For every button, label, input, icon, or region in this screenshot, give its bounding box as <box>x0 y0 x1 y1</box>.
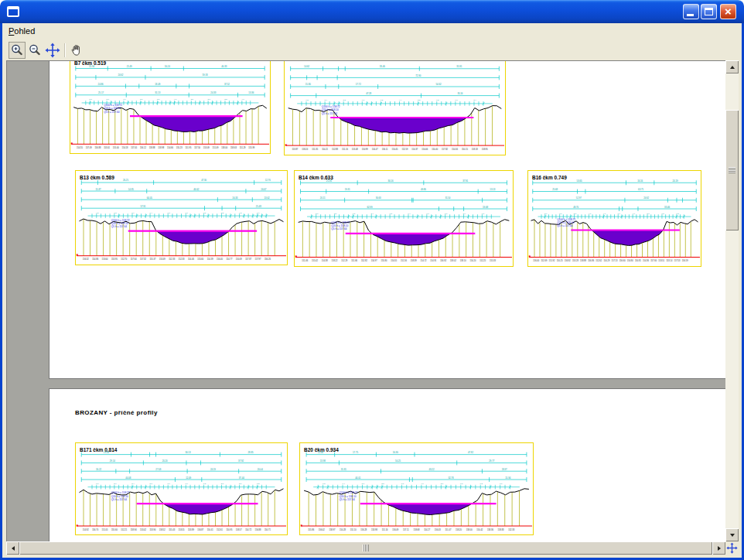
vertical-scroll-thumb[interactable] <box>725 110 739 230</box>
close-button[interactable]: × <box>720 4 736 19</box>
minimize-button[interactable] <box>683 4 699 19</box>
svg-text:154.72: 154.72 <box>245 528 251 531</box>
svg-text:17.72: 17.72 <box>356 83 361 86</box>
svg-text:18.97: 18.97 <box>502 468 507 471</box>
maximize-button[interactable] <box>701 4 717 19</box>
svg-text:155.80: 155.80 <box>381 259 387 262</box>
svg-text:*: * <box>77 524 79 529</box>
svg-text:*: * <box>301 524 303 529</box>
svg-text:154.29: 154.29 <box>603 259 609 262</box>
svg-text:156.86: 156.86 <box>588 259 594 262</box>
pan-button[interactable] <box>44 42 61 59</box>
svg-text:24.33: 24.33 <box>210 91 216 94</box>
svg-text:156.12: 156.12 <box>140 146 146 149</box>
toolbar-separator <box>64 43 66 57</box>
scroll-down-button[interactable] <box>725 528 739 541</box>
svg-text:151.56: 151.56 <box>401 259 407 262</box>
svg-text:154.55: 154.55 <box>77 146 83 149</box>
svg-text:18.49: 18.49 <box>155 83 160 86</box>
svg-text:158.88: 158.88 <box>580 259 586 262</box>
hand-tool-button[interactable] <box>68 42 85 59</box>
svg-text:158.10: 158.10 <box>460 259 466 262</box>
svg-text:151.10: 151.10 <box>350 528 357 531</box>
svg-text:156.26: 156.26 <box>264 258 271 261</box>
svg-text:158.00: 158.00 <box>221 146 227 149</box>
scroll-left-button[interactable] <box>6 541 19 555</box>
svg-text:152.69: 152.69 <box>541 259 547 262</box>
svg-text:151.09: 151.09 <box>213 146 219 149</box>
svg-text:158.18: 158.18 <box>472 148 478 151</box>
svg-text:*: * <box>77 253 79 258</box>
scroll-up-button[interactable] <box>725 60 739 73</box>
horizontal-scrollbar[interactable] <box>6 541 725 555</box>
svg-text:33.46: 33.46 <box>380 65 385 68</box>
svg-text:152.29: 152.29 <box>341 259 347 262</box>
svg-text:Q5 h = 157.64: Q5 h = 157.64 <box>557 224 573 227</box>
svg-text:29.14: 29.14 <box>110 459 115 463</box>
svg-text:Q5 h = 157.64: Q5 h = 157.64 <box>340 498 356 501</box>
svg-text:158.02: 158.02 <box>450 259 456 262</box>
svg-text:150.84: 150.84 <box>627 259 633 262</box>
svg-text:32.78: 32.78 <box>448 476 453 480</box>
svg-text:35.91: 35.91 <box>456 65 462 68</box>
svg-text:156.40: 156.40 <box>533 259 539 262</box>
svg-text:12.06: 12.06 <box>318 451 323 454</box>
svg-text:40.33: 40.33 <box>221 65 227 68</box>
svg-text:151.16: 151.16 <box>342 148 348 151</box>
svg-text:33.46: 33.46 <box>664 206 670 209</box>
minimize-icon <box>687 14 694 16</box>
svg-text:25.68: 25.68 <box>552 188 558 191</box>
document-viewer[interactable]: B7 čkm 0.51915.9421.4916.2440.3324.6259.… <box>6 60 725 541</box>
svg-text:155.23: 155.23 <box>176 146 183 149</box>
svg-text:150.40: 150.40 <box>432 148 438 151</box>
page-2: BROZANY - příčné profily B171 čkm 0.8142… <box>49 388 725 541</box>
svg-text:156.49: 156.49 <box>392 528 398 531</box>
svg-text:153.55: 153.55 <box>179 528 185 531</box>
svg-text:150.99: 150.99 <box>362 148 368 151</box>
svg-text:12.49: 12.49 <box>186 476 191 480</box>
svg-text:15.94: 15.94 <box>89 65 94 68</box>
titlebar[interactable]: × <box>0 0 744 23</box>
svg-text:151.92: 151.92 <box>549 259 555 262</box>
menu-item-pohled[interactable]: Pohled <box>2 23 41 38</box>
svg-text:158.39: 158.39 <box>411 259 417 262</box>
svg-text:155.00: 155.00 <box>113 146 119 149</box>
svg-text:53.65: 53.65 <box>577 179 582 183</box>
scroll-right-button[interactable] <box>712 541 725 555</box>
svg-text:31.13: 31.13 <box>155 91 160 94</box>
pan-icon <box>45 43 60 58</box>
svg-text:156.40: 156.40 <box>217 258 223 261</box>
svg-text:27.09: 27.09 <box>155 468 161 471</box>
svg-text:152.70: 152.70 <box>121 258 127 261</box>
svg-text:158.22: 158.22 <box>332 259 338 262</box>
svg-text:152.33: 152.33 <box>169 258 175 261</box>
svg-text:157.49: 157.49 <box>86 146 92 149</box>
svg-text:150.25: 150.25 <box>557 259 563 262</box>
svg-text:157.60: 157.60 <box>650 259 657 262</box>
svg-text:47.82: 47.82 <box>468 451 473 454</box>
horizontal-scroll-thumb[interactable] <box>19 541 712 555</box>
vertical-scrollbar[interactable] <box>725 60 739 541</box>
svg-text:B16 čkm 0.749: B16 čkm 0.749 <box>532 175 567 180</box>
svg-text:30.13: 30.13 <box>185 451 190 454</box>
svg-text:156.88: 156.88 <box>255 528 261 531</box>
thumb-grip <box>363 545 369 551</box>
zoom-out-button[interactable] <box>26 42 43 59</box>
svg-text:157.11: 157.11 <box>403 528 409 531</box>
svg-text:154.38: 154.38 <box>322 259 328 262</box>
svg-text:16.16: 16.16 <box>637 179 643 183</box>
svg-text:19.68: 19.68 <box>483 206 488 209</box>
svg-text:52.97: 52.97 <box>576 196 582 200</box>
svg-text:150.06: 150.06 <box>421 148 428 151</box>
zoom-in-button[interactable] <box>9 42 26 59</box>
svg-text:150.15: 150.15 <box>462 148 468 151</box>
svg-text:46.62: 46.62 <box>193 188 199 191</box>
svg-text:28.85: 28.85 <box>248 451 254 454</box>
svg-text:155.60: 155.60 <box>111 528 118 531</box>
svg-text:24.62: 24.62 <box>643 196 649 200</box>
svg-text:12.76: 12.76 <box>265 179 271 182</box>
svg-text:154.77: 154.77 <box>226 258 232 261</box>
svg-text:155.86: 155.86 <box>308 528 314 531</box>
svg-text:153.87: 153.87 <box>292 148 298 151</box>
svg-text:155.60: 155.60 <box>197 258 203 261</box>
